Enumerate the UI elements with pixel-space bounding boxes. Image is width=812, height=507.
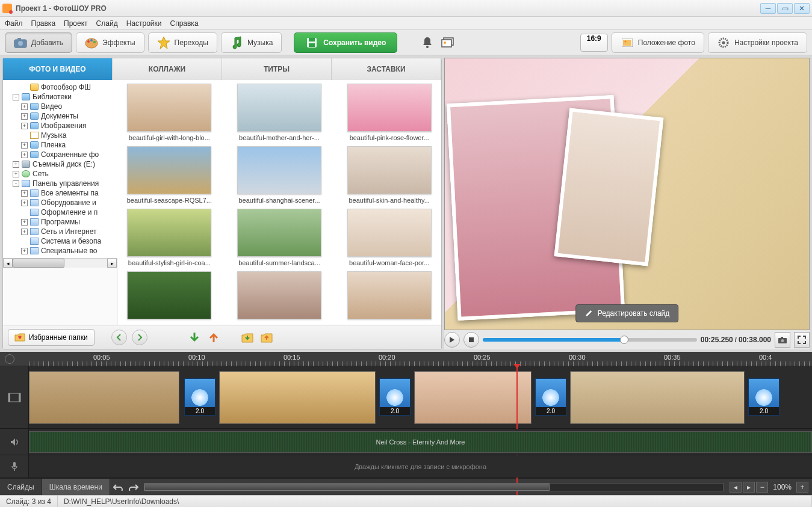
- menu-project[interactable]: Проект: [64, 19, 88, 28]
- save-video-button[interactable]: Сохранить видео: [294, 32, 397, 53]
- time-display: 00:25.250 / 00:38.000: [701, 336, 771, 344]
- tree-item[interactable]: +Оборудование и: [4, 198, 116, 207]
- thumbnail[interactable]: beautiful-skin-and-healthy...: [341, 146, 438, 204]
- fullscreen-button[interactable]: [794, 332, 810, 348]
- thumbnail[interactable]: beautiful-shanghai-scener...: [231, 146, 328, 204]
- transitions-button[interactable]: Переходы: [148, 32, 217, 53]
- snapshot-button[interactable]: [775, 332, 790, 348]
- thumbnail[interactable]: beautiful-pink-rose-flower...: [341, 84, 438, 141]
- stop-button[interactable]: [463, 332, 479, 348]
- tree-item[interactable]: Оформление и п: [4, 207, 116, 217]
- tab-timeline-view[interactable]: Шкала времени: [42, 479, 110, 495]
- tree-item[interactable]: +Сеть и Интернет: [4, 227, 116, 236]
- tab-titles[interactable]: ТИТРЫ: [222, 58, 332, 80]
- tree-item[interactable]: +Видео: [4, 102, 116, 111]
- play-button[interactable]: [444, 332, 460, 348]
- transition-2[interactable]: 2.0: [379, 378, 411, 416]
- add-button[interactable]: Добавить: [5, 32, 72, 53]
- tree-item[interactable]: +Сеть: [4, 169, 116, 179]
- maximize-button[interactable]: ▭: [777, 3, 793, 14]
- timeline-scrollbar[interactable]: [144, 483, 724, 491]
- thumbnail[interactable]: beautiful-stylish-girl-in-coa...: [121, 209, 218, 266]
- scroll-left-button[interactable]: ◂: [730, 482, 742, 493]
- preview-panel: Редактировать слайд 00:25.250 / 00:38.00…: [444, 58, 810, 349]
- tree-item[interactable]: Фотообзор ФШ: [4, 82, 116, 92]
- images-icon[interactable]: [439, 34, 456, 51]
- seek-bar[interactable]: [483, 338, 697, 342]
- clip-1[interactable]: [29, 371, 179, 424]
- close-button[interactable]: ✕: [794, 3, 810, 14]
- edit-slide-button[interactable]: Редактировать слайд: [575, 304, 679, 322]
- zoom-in-button[interactable]: +: [796, 482, 808, 493]
- tree-item[interactable]: Система и безопа: [4, 236, 116, 246]
- music-button[interactable]: Музыка: [221, 32, 282, 53]
- favorites-button[interactable]: Избранные папки: [8, 329, 95, 346]
- scroll-right-button[interactable]: ▸: [743, 482, 755, 493]
- tree-item[interactable]: -Библиотеки: [4, 92, 116, 102]
- project-settings-button[interactable]: Настройки проекта: [708, 32, 807, 53]
- tree-h-scrollbar[interactable]: ◂▸: [3, 258, 117, 268]
- upload-icon[interactable]: [206, 330, 221, 345]
- tree-item[interactable]: +Документы: [4, 111, 116, 121]
- browser-toolbar: Избранные папки: [3, 325, 441, 349]
- tree-item[interactable]: +Все элементы па: [4, 188, 116, 198]
- thumbnail[interactable]: beautiful-woman-face-por...: [341, 209, 438, 266]
- tab-intros[interactable]: ЗАСТАВКИ: [332, 58, 441, 80]
- menu-help[interactable]: Справка: [170, 19, 198, 28]
- tree-item[interactable]: -Панель управления: [4, 179, 116, 188]
- video-track: 2.0 2.0 2.0 2.0: [0, 366, 812, 429]
- clip-2[interactable]: [219, 371, 376, 424]
- nav-next-button[interactable]: [132, 330, 147, 345]
- aspect-ratio-button[interactable]: 16:9: [580, 34, 608, 52]
- audio-track-body[interactable]: Neil Cross - Eternity And More: [29, 429, 812, 455]
- time-ruler[interactable]: 00:0500:1000:1500:2000:2500:3000:3500:4: [0, 352, 812, 366]
- video-track-body[interactable]: 2.0 2.0 2.0 2.0: [29, 366, 812, 428]
- import-folder-icon[interactable]: [240, 330, 255, 345]
- menu-slide[interactable]: Слайд: [96, 19, 118, 28]
- tree-item[interactable]: +Пленка: [4, 140, 116, 150]
- tree-item[interactable]: +Изображения: [4, 121, 116, 131]
- minimize-button[interactable]: ─: [760, 3, 776, 14]
- transition-3[interactable]: 2.0: [535, 378, 566, 416]
- download-icon[interactable]: [187, 330, 202, 345]
- thumbnail[interactable]: [341, 271, 438, 319]
- tree-item[interactable]: Музыка: [4, 131, 116, 140]
- transition-4[interactable]: 2.0: [748, 378, 779, 416]
- tree-item[interactable]: +Съемный диск (E:): [4, 159, 116, 169]
- photo-position-button[interactable]: Положение фото: [612, 32, 704, 53]
- thumbnail[interactable]: [231, 271, 328, 319]
- media-panel: ФОТО И ВИДЕО КОЛЛАЖИ ТИТРЫ ЗАСТАВКИ Фото…: [2, 58, 442, 349]
- audio-clip[interactable]: Neil Cross - Eternity And More: [29, 431, 812, 453]
- mic-track-body[interactable]: Дважды кликните для записи с микрофона: [29, 455, 812, 478]
- status-bar: Слайд: 3 из 4 D:\WIN_HELP\UserInfo\Downl…: [0, 495, 812, 507]
- tab-photo-video[interactable]: ФОТО И ВИДЕО: [3, 58, 113, 80]
- transition-1[interactable]: 2.0: [184, 378, 215, 416]
- nav-prev-button[interactable]: [111, 330, 127, 345]
- tab-collages[interactable]: КОЛЛАЖИ: [113, 58, 222, 80]
- tree-item[interactable]: +Специальные во: [4, 246, 116, 256]
- thumbnail-grid[interactable]: beautiful-girl-with-long-blo...beautiful…: [117, 80, 441, 325]
- thumbnail[interactable]: beautiful-mother-and-her-...: [231, 84, 328, 141]
- thumbnail[interactable]: [121, 271, 218, 319]
- menu-edit[interactable]: Правка: [31, 19, 56, 28]
- menu-file[interactable]: Файл: [5, 19, 23, 28]
- clip-4[interactable]: [570, 371, 745, 424]
- folder-tree[interactable]: Фотообзор ФШ-Библиотеки+Видео+Документы+…: [3, 80, 117, 258]
- menu-settings[interactable]: Настройки: [126, 19, 162, 28]
- thumbnail[interactable]: beautiful-seascape-RQSL7...: [121, 146, 218, 204]
- export-folder-icon[interactable]: [259, 330, 274, 345]
- thumbnail[interactable]: beautiful-summer-landsca...: [231, 209, 328, 266]
- clip-3[interactable]: [414, 371, 532, 424]
- tree-item[interactable]: +Программы: [4, 217, 116, 227]
- bell-icon[interactable]: [419, 34, 436, 51]
- zoom-out-button[interactable]: −: [756, 482, 768, 493]
- redo-button[interactable]: [126, 481, 141, 493]
- tab-slides-view[interactable]: Слайды: [0, 479, 42, 495]
- tree-item[interactable]: +Сохраненные фо: [4, 150, 116, 159]
- thumbnail[interactable]: beautiful-girl-with-long-blo...: [121, 84, 218, 141]
- ruler-tick-label: 00:20: [379, 354, 395, 361]
- effects-button[interactable]: Эффекты: [76, 32, 144, 53]
- undo-button[interactable]: [110, 481, 126, 493]
- mic-track-icon: [0, 455, 29, 478]
- video-track-icon: [0, 366, 29, 428]
